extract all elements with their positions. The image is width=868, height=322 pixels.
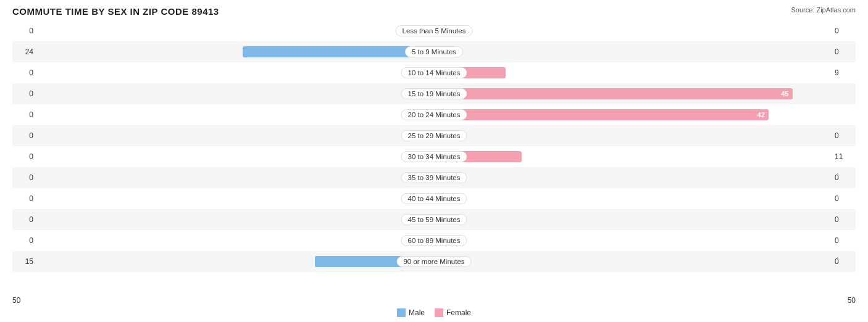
row-label: Less than 5 Minutes [396, 25, 473, 36]
male-bar-container [0, 172, 434, 183]
axis-label-left: 50 [12, 296, 20, 305]
female-bar-container [434, 130, 868, 141]
bars-center: 5 to 9 Minutes [36, 41, 832, 62]
bar-row: 035 to 39 Minutes0 [12, 167, 856, 188]
male-bar-container [0, 193, 434, 204]
row-label: 35 to 39 Minutes [401, 172, 467, 183]
male-bar-container [0, 130, 434, 141]
bars-center: Less than 5 Minutes [36, 20, 832, 41]
male-bar-container [0, 109, 434, 120]
row-label: 10 to 14 Minutes [401, 67, 467, 78]
legend-female: Female [435, 308, 471, 317]
chart-container: COMMUTE TIME BY SEX IN ZIP CODE 89413 So… [0, 0, 868, 322]
row-label: 90 or more Minutes [396, 256, 471, 267]
bars-center: 45 to 59 Minutes [36, 209, 832, 230]
male-bar-container [0, 214, 434, 225]
bar-row: 025 to 29 Minutes0 [12, 125, 856, 146]
female-bar: 45 [434, 88, 793, 99]
chart-area: 0Less than 5 Minutes0245 to 9 Minutes001… [12, 20, 856, 278]
row-label: 45 to 59 Minutes [401, 214, 467, 225]
female-bar-container [434, 172, 868, 183]
female-bar-container: 42 [434, 109, 868, 120]
bar-row: 245 to 9 Minutes0 [12, 41, 856, 62]
male-bar-container [0, 88, 434, 99]
bar-row: 010 to 14 Minutes9 [12, 62, 856, 83]
female-bar-container [434, 214, 868, 225]
row-label: 20 to 24 Minutes [401, 109, 467, 120]
legend-male-label: Male [409, 308, 425, 317]
bars-center: 40 to 44 Minutes [36, 188, 832, 209]
male-bar-container [0, 235, 434, 246]
female-bar-container [434, 25, 868, 36]
bar-row: 060 to 89 Minutes0 [12, 230, 856, 251]
female-bar-value: 42 [757, 111, 765, 118]
chart-title: COMMUTE TIME BY SEX IN ZIP CODE 89413 [12, 6, 856, 17]
bars-center: 4515 to 19 Minutes [36, 83, 832, 104]
svg-rect-0 [397, 308, 406, 317]
male-bar-container [0, 151, 434, 162]
row-label: 5 to 9 Minutes [405, 46, 463, 57]
bars-center: 10 to 14 Minutes [36, 62, 832, 83]
female-bar: 42 [434, 109, 769, 120]
male-bar-container [0, 256, 434, 267]
bars-center: 30 to 34 Minutes [36, 146, 832, 167]
row-label: 25 to 29 Minutes [401, 130, 467, 141]
bar-row: 1590 or more Minutes0 [12, 251, 856, 272]
female-bar-container [434, 193, 868, 204]
bar-row: 045 to 59 Minutes0 [12, 209, 856, 230]
svg-rect-1 [435, 308, 443, 317]
bar-row: 0Less than 5 Minutes0 [12, 20, 856, 41]
male-bar-container [0, 25, 434, 36]
row-label: 15 to 19 Minutes [401, 88, 467, 99]
female-swatch [435, 308, 443, 317]
source-label: Source: ZipAtlas.com [791, 6, 856, 14]
bar-row: 04220 to 24 Minutes [12, 104, 856, 125]
female-bar-value: 45 [781, 90, 788, 97]
legend: Male Female [397, 308, 471, 317]
male-bar-container [0, 67, 434, 78]
bars-center: 90 or more Minutes [36, 251, 832, 272]
male-swatch [397, 308, 406, 317]
male-bar-container [0, 46, 434, 57]
female-bar-container [434, 151, 868, 162]
female-bar-container: 45 [434, 88, 868, 99]
bars-center: 35 to 39 Minutes [36, 167, 832, 188]
female-bar-container [434, 46, 868, 57]
female-bar-container [434, 256, 868, 267]
bars-center: 25 to 29 Minutes [36, 125, 832, 146]
row-label: 40 to 44 Minutes [401, 193, 467, 204]
legend-female-label: Female [446, 308, 471, 317]
row-label: 60 to 89 Minutes [401, 235, 467, 246]
bar-row: 040 to 44 Minutes0 [12, 188, 856, 209]
bar-row: 030 to 34 Minutes11 [12, 146, 856, 167]
female-bar-container [434, 67, 868, 78]
axis-label-right: 50 [848, 296, 856, 305]
bar-row: 04515 to 19 Minutes [12, 83, 856, 104]
bars-center: 60 to 89 Minutes [36, 230, 832, 251]
row-label: 30 to 34 Minutes [401, 151, 467, 162]
bars-center: 4220 to 24 Minutes [36, 104, 832, 125]
female-bar-container [434, 235, 868, 246]
legend-male: Male [397, 308, 425, 317]
